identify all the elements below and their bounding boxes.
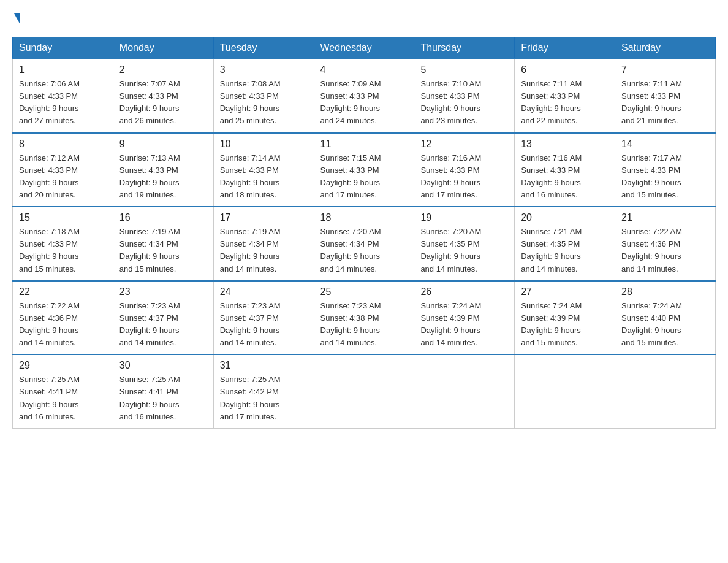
daylight-text: Daylight: 9 hours (621, 178, 681, 187)
calendar-cell (414, 354, 515, 428)
daylight-text: Daylight: 9 hours (320, 251, 381, 261)
sunrise-text: Sunrise: 7:24 AM (420, 301, 481, 310)
daylight-minutes-text: and 15 minutes. (19, 264, 76, 274)
sunset-text: Sunset: 4:33 PM (19, 239, 78, 248)
day-info: Sunrise: 7:24 AM Sunset: 4:39 PM Dayligh… (521, 300, 609, 350)
calendar-cell: 9 Sunrise: 7:13 AM Sunset: 4:33 PM Dayli… (113, 133, 213, 207)
day-info: Sunrise: 7:24 AM Sunset: 4:39 PM Dayligh… (420, 300, 508, 350)
calendar-week-row: 29 Sunrise: 7:25 AM Sunset: 4:41 PM Dayl… (13, 354, 716, 428)
calendar-cell: 11 Sunrise: 7:15 AM Sunset: 4:33 PM Dayl… (314, 133, 414, 207)
sunrise-text: Sunrise: 7:25 AM (119, 375, 180, 384)
daylight-text: Daylight: 9 hours (220, 178, 280, 187)
sunrise-text: Sunrise: 7:19 AM (119, 227, 180, 236)
sunset-text: Sunset: 4:36 PM (19, 313, 78, 323)
daylight-minutes-text: and 21 minutes. (621, 116, 678, 125)
sunrise-text: Sunrise: 7:06 AM (19, 79, 80, 88)
daylight-minutes-text: and 15 minutes. (621, 338, 678, 347)
daylight-minutes-text: and 22 minutes. (521, 116, 578, 125)
daylight-minutes-text: and 17 minutes. (420, 190, 477, 199)
calendar-cell: 6 Sunrise: 7:11 AM Sunset: 4:33 PM Dayli… (515, 59, 615, 133)
day-info: Sunrise: 7:21 AM Sunset: 4:35 PM Dayligh… (521, 226, 609, 275)
calendar-cell: 13 Sunrise: 7:16 AM Sunset: 4:33 PM Dayl… (515, 133, 615, 207)
day-number: 29 (19, 360, 107, 371)
daylight-text: Daylight: 9 hours (621, 104, 681, 113)
calendar-cell: 4 Sunrise: 7:09 AM Sunset: 4:33 PM Dayli… (314, 59, 414, 133)
day-number: 25 (320, 286, 408, 297)
sunrise-text: Sunrise: 7:20 AM (420, 227, 481, 236)
sunset-text: Sunset: 4:33 PM (521, 166, 580, 175)
day-info: Sunrise: 7:13 AM Sunset: 4:33 PM Dayligh… (119, 152, 207, 202)
sunset-text: Sunset: 4:33 PM (420, 166, 479, 175)
day-number: 6 (521, 64, 609, 75)
sunset-text: Sunset: 4:42 PM (220, 387, 279, 396)
calendar-cell: 21 Sunrise: 7:22 AM Sunset: 4:36 PM Dayl… (615, 207, 716, 281)
calendar-day-header: Thursday (414, 37, 515, 59)
sunset-text: Sunset: 4:34 PM (220, 239, 279, 248)
daylight-minutes-text: and 14 minutes. (320, 264, 377, 274)
daylight-minutes-text: and 20 minutes. (19, 190, 76, 199)
calendar-cell (314, 354, 414, 428)
calendar-cell: 5 Sunrise: 7:10 AM Sunset: 4:33 PM Dayli… (414, 59, 515, 133)
sunrise-text: Sunrise: 7:24 AM (621, 301, 682, 310)
sunrise-text: Sunrise: 7:16 AM (420, 153, 481, 163)
calendar-day-header: Tuesday (213, 37, 314, 59)
daylight-minutes-text: and 14 minutes. (420, 338, 477, 347)
sunset-text: Sunset: 4:35 PM (420, 239, 479, 248)
calendar-week-row: 8 Sunrise: 7:12 AM Sunset: 4:33 PM Dayli… (13, 133, 716, 207)
calendar-cell: 12 Sunrise: 7:16 AM Sunset: 4:33 PM Dayl… (414, 133, 515, 207)
day-number: 22 (19, 286, 107, 297)
daylight-text: Daylight: 9 hours (19, 326, 79, 335)
daylight-text: Daylight: 9 hours (119, 400, 180, 409)
calendar-cell: 30 Sunrise: 7:25 AM Sunset: 4:41 PM Dayl… (113, 354, 213, 428)
daylight-text: Daylight: 9 hours (220, 251, 280, 261)
daylight-text: Daylight: 9 hours (220, 326, 280, 335)
sunset-text: Sunset: 4:33 PM (621, 166, 680, 175)
sunset-text: Sunset: 4:37 PM (220, 313, 279, 323)
sunrise-text: Sunrise: 7:11 AM (521, 79, 582, 88)
calendar-week-row: 15 Sunrise: 7:18 AM Sunset: 4:33 PM Dayl… (13, 207, 716, 281)
daylight-text: Daylight: 9 hours (220, 400, 280, 409)
daylight-minutes-text: and 15 minutes. (621, 190, 678, 199)
day-info: Sunrise: 7:19 AM Sunset: 4:34 PM Dayligh… (119, 226, 207, 275)
calendar-week-row: 22 Sunrise: 7:22 AM Sunset: 4:36 PM Dayl… (13, 281, 716, 355)
daylight-text: Daylight: 9 hours (621, 326, 681, 335)
day-number: 12 (420, 139, 508, 150)
sunrise-text: Sunrise: 7:23 AM (220, 301, 281, 310)
sunrise-text: Sunrise: 7:14 AM (220, 153, 281, 163)
day-number: 5 (420, 64, 508, 75)
day-info: Sunrise: 7:14 AM Sunset: 4:33 PM Dayligh… (220, 152, 308, 202)
daylight-text: Daylight: 9 hours (621, 251, 681, 261)
calendar-cell: 16 Sunrise: 7:19 AM Sunset: 4:34 PM Dayl… (113, 207, 213, 281)
day-info: Sunrise: 7:11 AM Sunset: 4:33 PM Dayligh… (521, 78, 609, 128)
day-number: 18 (320, 212, 408, 223)
day-info: Sunrise: 7:20 AM Sunset: 4:35 PM Dayligh… (420, 226, 508, 275)
day-number: 26 (420, 286, 508, 297)
sunset-text: Sunset: 4:33 PM (621, 91, 680, 101)
calendar-cell: 2 Sunrise: 7:07 AM Sunset: 4:33 PM Dayli… (113, 59, 213, 133)
day-info: Sunrise: 7:15 AM Sunset: 4:33 PM Dayligh… (320, 152, 408, 202)
sunset-text: Sunset: 4:33 PM (521, 91, 580, 101)
day-info: Sunrise: 7:16 AM Sunset: 4:33 PM Dayligh… (420, 152, 508, 202)
sunset-text: Sunset: 4:36 PM (621, 239, 680, 248)
calendar-cell: 22 Sunrise: 7:22 AM Sunset: 4:36 PM Dayl… (13, 281, 113, 355)
sunset-text: Sunset: 4:38 PM (320, 313, 379, 323)
day-number: 8 (19, 139, 107, 150)
day-info: Sunrise: 7:16 AM Sunset: 4:33 PM Dayligh… (521, 152, 609, 202)
daylight-minutes-text: and 14 minutes. (621, 264, 678, 274)
sunset-text: Sunset: 4:33 PM (119, 91, 178, 101)
daylight-minutes-text: and 15 minutes. (521, 338, 578, 347)
daylight-minutes-text: and 14 minutes. (420, 264, 477, 274)
calendar-table: SundayMondayTuesdayWednesdayThursdayFrid… (12, 37, 716, 429)
day-info: Sunrise: 7:18 AM Sunset: 4:33 PM Dayligh… (19, 226, 107, 275)
daylight-minutes-text: and 14 minutes. (521, 264, 578, 274)
sunset-text: Sunset: 4:41 PM (19, 387, 78, 396)
sunrise-text: Sunrise: 7:18 AM (19, 227, 80, 236)
daylight-text: Daylight: 9 hours (420, 251, 480, 261)
day-info: Sunrise: 7:22 AM Sunset: 4:36 PM Dayligh… (621, 226, 709, 275)
calendar-cell: 18 Sunrise: 7:20 AM Sunset: 4:34 PM Dayl… (314, 207, 414, 281)
day-info: Sunrise: 7:06 AM Sunset: 4:33 PM Dayligh… (19, 78, 107, 128)
daylight-text: Daylight: 9 hours (320, 326, 381, 335)
sunset-text: Sunset: 4:34 PM (119, 239, 178, 248)
sunset-text: Sunset: 4:33 PM (119, 166, 178, 175)
day-number: 7 (621, 64, 709, 75)
